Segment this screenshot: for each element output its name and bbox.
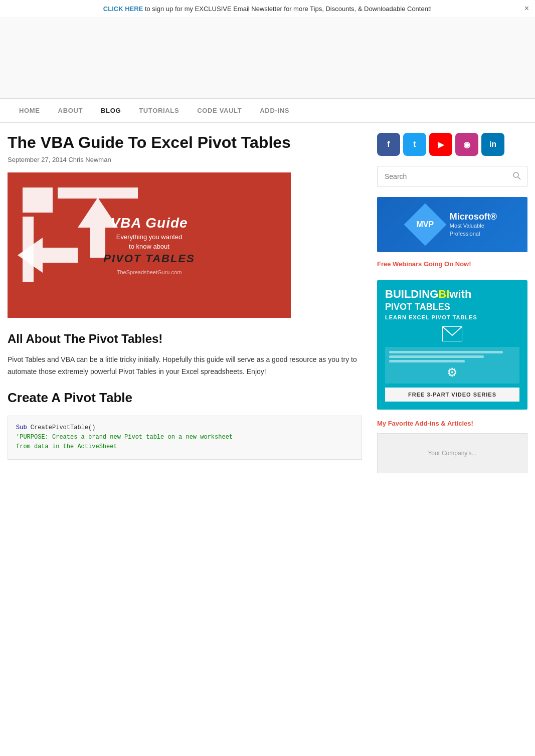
- nav-link-addins[interactable]: ADD-INS: [251, 99, 298, 122]
- nav-item-addins[interactable]: ADD-INS: [251, 99, 298, 122]
- nav-link-home[interactable]: HOME: [10, 99, 49, 122]
- webinar-link[interactable]: Free Webinars Going On Now!: [377, 260, 527, 268]
- pivot-tables-label: PIVOT TABLES: [103, 252, 195, 265]
- nav-item-blog[interactable]: BLOG: [92, 99, 130, 122]
- bi-banner-subtitle: LEARN EXCEL PIVOT TABLES: [385, 314, 519, 320]
- page-title: The VBA Guide To Excel Pivot Tables: [8, 133, 362, 152]
- nav-link-blog[interactable]: BLOG: [92, 99, 130, 122]
- mvp-text: MVP: [417, 220, 434, 229]
- section2-heading: Create A Pivot Table: [8, 390, 362, 406]
- nav-link-tutorials[interactable]: TUTORIALS: [130, 99, 188, 122]
- click-here-link[interactable]: CLICK HERE: [103, 5, 143, 13]
- bi-gear-icon-area: ⚙: [389, 365, 515, 380]
- nav-link-about[interactable]: ABOUT: [49, 99, 92, 122]
- bi-title-with: with: [449, 288, 471, 300]
- section1-heading: All About The Pivot Tables!: [8, 332, 362, 346]
- svg-point-2: [513, 172, 518, 177]
- bi-line-1: [389, 351, 503, 353]
- bi-title-bi: BI: [438, 288, 449, 300]
- search-submit-button[interactable]: [507, 166, 527, 186]
- featured-image: VBA Guide Everything you wanted to know …: [8, 172, 291, 318]
- decorative-rect-1: [23, 187, 53, 213]
- social-icons-group: f t ▶ ◉ in: [377, 133, 527, 156]
- code-comment-line2: from data in the ActiveSheet: [16, 443, 117, 450]
- twitter-button[interactable]: t: [403, 133, 426, 156]
- code-function-name: CreatePivotTable(): [31, 424, 96, 431]
- sidebar-divider-1: [377, 272, 527, 272]
- bi-banner[interactable]: BUILDINGBIwith PIVOT TABLES LEARN EXCEL …: [377, 280, 527, 410]
- sidebar: f t ▶ ◉ in MVP Mi: [377, 133, 527, 473]
- bi-title-building: BUILDING: [385, 288, 438, 300]
- nav-item-tutorials[interactable]: TUTORIALS: [130, 99, 188, 122]
- mvp-line2: Professional: [450, 231, 480, 237]
- bi-banner-title: BUILDINGBIwith: [385, 288, 519, 300]
- watermark: TheSpreadsheetGuru.com: [103, 269, 195, 275]
- search-box[interactable]: [377, 166, 527, 187]
- main-nav: HOME ABOUT BLOG TUTORIALS CODE VAULT ADD…: [0, 98, 535, 123]
- bi-line-2: [389, 355, 484, 358]
- linkedin-button[interactable]: in: [481, 133, 504, 156]
- banner-text: CLICK HERE to sign up for my EXCLUSIVE E…: [103, 5, 432, 13]
- intro-paragraph: Pivot Tables and VBA can be a little tri…: [8, 354, 362, 378]
- bi-banner-icon-area: [385, 326, 519, 343]
- bi-lines-graphic: ⚙: [385, 347, 519, 384]
- nav-item-home[interactable]: HOME: [10, 99, 49, 122]
- svg-marker-1: [18, 238, 78, 273]
- nav-item-about[interactable]: ABOUT: [49, 99, 92, 122]
- vba-subtitle-2: to know about: [103, 243, 195, 250]
- addon-preview: Your Company's...: [377, 433, 527, 473]
- bi-cta-button[interactable]: FREE 3-PART VIDEO SERIES: [385, 388, 519, 402]
- main-content: The VBA Guide To Excel Pivot Tables Sept…: [8, 133, 362, 473]
- ad-space: [0, 18, 535, 98]
- addins-section-title: My Favorite Add-ins & Articles!: [377, 420, 527, 427]
- code-keyword-sub: Sub: [16, 424, 27, 431]
- mvp-brand: Microsoft®: [450, 212, 497, 222]
- bi-banner-pivot: PIVOT TABLES: [385, 302, 519, 312]
- vba-guide-label: VBA Guide: [103, 215, 195, 231]
- mvp-subtitle: Most Valuable Professional: [450, 222, 497, 238]
- search-input[interactable]: [378, 166, 507, 186]
- youtube-button[interactable]: ▶: [429, 133, 452, 156]
- vba-subtitle-1: Everything you wanted: [103, 233, 195, 241]
- addon-placeholder: Your Company's...: [428, 450, 476, 457]
- nav-item-codevault[interactable]: CODE VAULT: [188, 99, 251, 122]
- decorative-rect-2: [58, 187, 138, 199]
- code-comment-line1: 'PURPOSE: Creates a brand new Pivot tabl…: [16, 434, 233, 441]
- mvp-info: Microsoft® Most Valuable Professional: [450, 212, 497, 238]
- mvp-diamond-container: MVP: [408, 207, 443, 242]
- envelope-icon: [442, 326, 462, 341]
- banner-description: to sign up for my EXCLUSIVE Email Newsle…: [143, 5, 432, 13]
- featured-image-text: VBA Guide Everything you wanted to know …: [103, 215, 195, 275]
- gear-icon: ⚙: [447, 365, 458, 379]
- svg-line-3: [518, 177, 520, 179]
- arrow-left-icon: [18, 238, 78, 273]
- top-banner: CLICK HERE to sign up for my EXCLUSIVE E…: [0, 0, 535, 18]
- close-button[interactable]: ×: [524, 4, 529, 13]
- bi-line-3: [389, 360, 465, 362]
- mvp-line1: Most Valuable: [450, 223, 484, 229]
- post-meta: September 27, 2014 Chris Newman: [8, 156, 362, 163]
- code-block: Sub CreatePivotTable() 'PURPOSE: Creates…: [8, 416, 362, 460]
- mvp-diamond-label: MVP: [408, 207, 443, 242]
- mvp-badge: MVP Microsoft® Most Valuable Professiona…: [377, 197, 527, 252]
- nav-link-codevault[interactable]: CODE VAULT: [188, 99, 251, 122]
- facebook-button[interactable]: f: [377, 133, 400, 156]
- search-icon: [513, 172, 521, 180]
- instagram-button[interactable]: ◉: [455, 133, 478, 156]
